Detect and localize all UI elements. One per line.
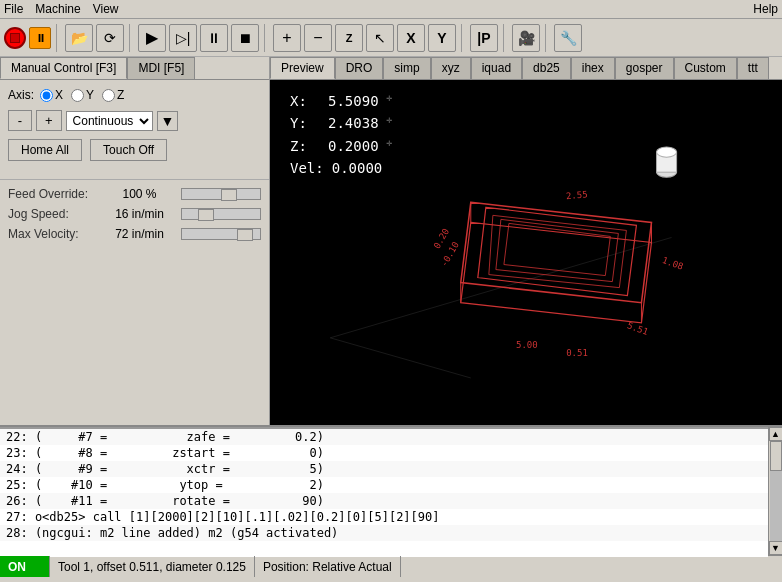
svg-line-1 xyxy=(330,338,471,378)
console-line-27: 27: o<db25> call [1][2000][2][10][.1][.0… xyxy=(0,509,768,525)
scroll-track[interactable] xyxy=(770,441,782,541)
menu-view[interactable]: View xyxy=(93,2,119,16)
jog-inc-button[interactable]: + xyxy=(36,110,62,131)
open-file-button[interactable]: 📂 xyxy=(65,24,93,52)
left-panel: Manual Control [F3] MDI [F5] Axis: X Y Z xyxy=(0,57,270,425)
radio-x[interactable]: X xyxy=(40,88,63,102)
radio-z-input[interactable] xyxy=(102,89,115,102)
home-all-button[interactable]: Home All xyxy=(8,139,82,161)
main-area: Manual Control [F3] MDI [F5] Axis: X Y Z xyxy=(0,57,782,425)
toolbar: ⏸ 📂 ⟳ ▶ ▷| ⏸ ⏹ + − Z ↖ X Y |P 🎥 🔧 xyxy=(0,19,782,57)
touch-off-button[interactable]: Touch Off xyxy=(90,139,167,161)
status-on: ON xyxy=(0,556,50,577)
sep4 xyxy=(461,24,465,52)
svg-text:1.08: 1.08 xyxy=(661,255,685,272)
console-container: 22: ( #7 = zafe = 0.2) 23: ( #8 = zstart… xyxy=(0,425,782,555)
svg-text:2.55: 2.55 xyxy=(565,189,588,201)
sep1 xyxy=(56,24,60,52)
jog-mode-select[interactable]: Continuous 0.0001 0.001 0.01 0.1 xyxy=(66,111,153,131)
pause-button[interactable]: ⏸ xyxy=(29,27,51,49)
tab-iquad[interactable]: iquad xyxy=(471,57,522,79)
jog-dec-button[interactable]: - xyxy=(8,110,32,131)
svg-text:0.51: 0.51 xyxy=(566,348,588,358)
svg-text:5.51: 5.51 xyxy=(626,320,650,337)
z-label: Z: xyxy=(290,135,320,157)
scroll-down-btn[interactable]: ▼ xyxy=(769,541,783,555)
console[interactable]: 22: ( #7 = zafe = 0.2) 23: ( #8 = zstart… xyxy=(0,427,768,557)
feed-override-slider[interactable] xyxy=(181,188,261,200)
menu-machine[interactable]: Machine xyxy=(35,2,80,16)
minus-button[interactable]: − xyxy=(304,24,332,52)
z-axis-button[interactable]: Z xyxy=(335,24,363,52)
pause-run-button[interactable]: ⏸ xyxy=(200,24,228,52)
tab-gosper[interactable]: gosper xyxy=(615,57,674,79)
radio-z[interactable]: Z xyxy=(102,88,124,102)
sep6 xyxy=(545,24,549,52)
feed-override-row: Feed Override: 100 % xyxy=(8,184,261,204)
panel-tabs: Manual Control [F3] MDI [F5] xyxy=(0,57,269,80)
console-scrollbar[interactable]: ▲ ▼ xyxy=(768,427,782,555)
max-velocity-label: Max Velocity: xyxy=(8,227,98,241)
x-label: X: xyxy=(290,90,320,112)
scroll-up-btn[interactable]: ▲ xyxy=(769,427,783,441)
axis-row: Axis: X Y Z xyxy=(8,88,261,102)
radio-group: X Y Z xyxy=(40,88,124,102)
statusbar: ON Tool 1, offset 0.511, diameter 0.125 … xyxy=(0,555,782,577)
step-forward-button[interactable]: ▷| xyxy=(169,24,197,52)
tab-simp[interactable]: simp xyxy=(383,57,430,79)
vel-label: Vel: xyxy=(290,157,324,179)
tab-manual-control[interactable]: Manual Control [F3] xyxy=(0,57,127,79)
console-line-23: 23: ( #8 = zstart = 0) xyxy=(0,445,768,461)
plus-button[interactable]: + xyxy=(273,24,301,52)
z-value: 0.2000 xyxy=(328,135,379,157)
svg-marker-3 xyxy=(478,207,637,295)
jog-dropdown-arrow[interactable]: ▼ xyxy=(157,111,179,131)
jog-speed-row: Jog Speed: 16 in/min xyxy=(8,204,261,224)
tab-xyz[interactable]: xyz xyxy=(431,57,471,79)
tab-ttt[interactable]: ttt xyxy=(737,57,769,79)
sep5 xyxy=(503,24,507,52)
y-button[interactable]: Y xyxy=(428,24,456,52)
radio-x-input[interactable] xyxy=(40,89,53,102)
menubar: File Machine View Help xyxy=(0,0,782,19)
jog-speed-value: 16 in/min xyxy=(115,207,164,221)
sep3 xyxy=(264,24,268,52)
feed-override-value: 100 % xyxy=(122,187,156,201)
preview-area: X: 5.5090 ✛ Y: 2.4038 ✛ Z: 0.2000 ✛ Vel:… xyxy=(270,80,782,425)
tool-settings-button[interactable]: 🔧 xyxy=(554,24,582,52)
max-velocity-slider[interactable] xyxy=(181,228,261,240)
svg-point-18 xyxy=(657,147,677,157)
tab-preview[interactable]: Preview xyxy=(270,57,335,79)
p-button[interactable]: |P xyxy=(470,24,498,52)
radio-y[interactable]: Y xyxy=(71,88,94,102)
tab-mdi[interactable]: MDI [F5] xyxy=(127,57,195,79)
status-position-mode: Position: Relative Actual xyxy=(255,556,401,577)
jog-control-row: - + Continuous 0.0001 0.001 0.01 0.1 ▼ xyxy=(8,110,261,131)
x-button[interactable]: X xyxy=(397,24,425,52)
stop-run-button[interactable]: ⏹ xyxy=(231,24,259,52)
scroll-thumb[interactable] xyxy=(770,441,782,471)
radio-y-input[interactable] xyxy=(71,89,84,102)
run-button[interactable]: ▶ xyxy=(138,24,166,52)
stop-button[interactable] xyxy=(4,27,26,49)
y-cross: ✛ xyxy=(387,112,393,134)
tab-dro[interactable]: DRO xyxy=(335,57,384,79)
speeds-panel: Feed Override: 100 % Jog Speed: 16 in/mi… xyxy=(0,179,269,248)
menu-file[interactable]: File xyxy=(4,2,23,16)
console-line-26: 26: ( #11 = rotate = 90) xyxy=(0,493,768,509)
y-label: Y: xyxy=(290,112,320,134)
jog-speed-slider[interactable] xyxy=(181,208,261,220)
axis-label: Axis: xyxy=(8,88,34,102)
arrow-left-button[interactable]: ↖ xyxy=(366,24,394,52)
reload-button[interactable]: ⟳ xyxy=(96,24,124,52)
feed-override-label: Feed Override: xyxy=(8,187,98,201)
menu-help[interactable]: Help xyxy=(753,2,778,16)
tab-db25[interactable]: db25 xyxy=(522,57,571,79)
camera-button[interactable]: 🎥 xyxy=(512,24,540,52)
jog-speed-label: Jog Speed: xyxy=(8,207,98,221)
x-cross: ✛ xyxy=(387,90,393,112)
max-velocity-value: 72 in/min xyxy=(115,227,164,241)
tab-ihex[interactable]: ihex xyxy=(571,57,615,79)
tab-custom[interactable]: Custom xyxy=(674,57,737,79)
panel-body: Axis: X Y Z - + Conti xyxy=(0,80,269,179)
